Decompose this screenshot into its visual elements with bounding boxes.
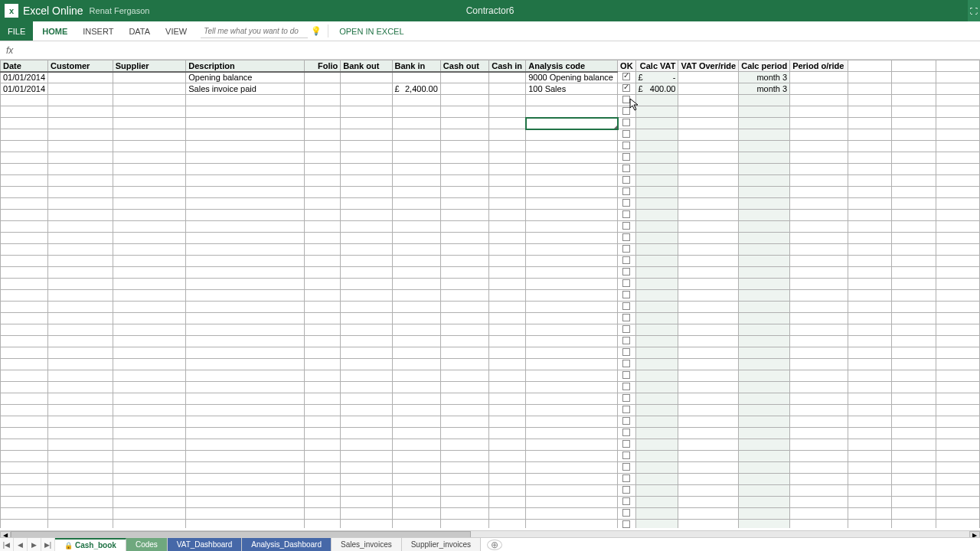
cell[interactable] bbox=[936, 233, 979, 244]
cell[interactable]: £2,400.00 bbox=[392, 83, 440, 95]
cell[interactable] bbox=[341, 118, 392, 129]
cell[interactable] bbox=[790, 508, 848, 520]
cell[interactable] bbox=[341, 187, 392, 198]
cell[interactable] bbox=[635, 267, 678, 279]
cell[interactable] bbox=[526, 508, 618, 520]
cell[interactable] bbox=[678, 210, 739, 221]
cell[interactable] bbox=[48, 198, 113, 210]
cell[interactable] bbox=[678, 336, 739, 347]
cell[interactable] bbox=[678, 393, 739, 405]
cell[interactable] bbox=[635, 485, 678, 497]
cell[interactable] bbox=[739, 347, 790, 359]
cell[interactable] bbox=[892, 416, 936, 428]
cell[interactable] bbox=[113, 324, 186, 336]
cell[interactable] bbox=[618, 439, 636, 451]
cell[interactable] bbox=[618, 279, 636, 290]
cell[interactable] bbox=[618, 290, 636, 302]
cell[interactable] bbox=[392, 405, 440, 416]
cell[interactable] bbox=[936, 474, 979, 485]
cell[interactable] bbox=[526, 256, 618, 267]
cell[interactable] bbox=[526, 175, 618, 187]
cell[interactable] bbox=[848, 497, 892, 508]
cell[interactable] bbox=[1, 290, 48, 302]
cell[interactable] bbox=[936, 382, 979, 393]
cell[interactable] bbox=[635, 416, 678, 428]
cell[interactable] bbox=[489, 336, 526, 347]
cell[interactable] bbox=[186, 164, 305, 175]
cell[interactable] bbox=[186, 106, 305, 118]
cell[interactable] bbox=[678, 141, 739, 152]
cell[interactable] bbox=[790, 118, 848, 129]
cell[interactable] bbox=[892, 382, 936, 393]
cell[interactable] bbox=[848, 520, 892, 529]
cell[interactable] bbox=[635, 95, 678, 106]
cell[interactable] bbox=[113, 520, 186, 529]
cell[interactable] bbox=[341, 95, 392, 106]
cell[interactable] bbox=[635, 474, 678, 485]
cell[interactable] bbox=[936, 485, 979, 497]
cell[interactable] bbox=[341, 198, 392, 210]
cell[interactable] bbox=[186, 497, 305, 508]
checkbox-icon[interactable] bbox=[622, 406, 630, 413]
cell[interactable] bbox=[392, 302, 440, 313]
cell[interactable] bbox=[113, 164, 186, 175]
cell[interactable] bbox=[186, 279, 305, 290]
cell[interactable] bbox=[892, 256, 936, 267]
cell[interactable] bbox=[113, 405, 186, 416]
cell[interactable] bbox=[848, 106, 892, 118]
cell[interactable] bbox=[892, 175, 936, 187]
cell[interactable] bbox=[305, 324, 341, 336]
cell[interactable] bbox=[392, 485, 440, 497]
cell[interactable] bbox=[892, 290, 936, 302]
cell[interactable] bbox=[790, 497, 848, 508]
cell[interactable] bbox=[489, 405, 526, 416]
cell[interactable] bbox=[790, 359, 848, 370]
cell[interactable] bbox=[526, 198, 618, 210]
cell[interactable] bbox=[392, 290, 440, 302]
cell[interactable] bbox=[618, 256, 636, 267]
cell[interactable] bbox=[186, 324, 305, 336]
cell[interactable] bbox=[790, 370, 848, 382]
cell[interactable] bbox=[526, 416, 618, 428]
cell[interactable] bbox=[635, 152, 678, 164]
cell[interactable] bbox=[892, 313, 936, 324]
cell[interactable] bbox=[526, 324, 618, 336]
cell[interactable] bbox=[848, 198, 892, 210]
ribbon-tab-file[interactable]: FILE bbox=[0, 21, 33, 41]
cell[interactable] bbox=[618, 370, 636, 382]
cell[interactable] bbox=[936, 175, 979, 187]
cell[interactable] bbox=[48, 95, 113, 106]
cell[interactable] bbox=[1, 370, 48, 382]
cell[interactable] bbox=[618, 485, 636, 497]
cell[interactable] bbox=[526, 336, 618, 347]
cell[interactable] bbox=[618, 324, 636, 336]
cell[interactable] bbox=[392, 129, 440, 141]
cell[interactable] bbox=[341, 72, 392, 83]
cell[interactable] bbox=[113, 428, 186, 439]
cell[interactable] bbox=[392, 313, 440, 324]
cell[interactable] bbox=[618, 198, 636, 210]
column-header-supplier[interactable]: Supplier bbox=[113, 60, 186, 72]
cell[interactable] bbox=[635, 451, 678, 462]
cell[interactable] bbox=[392, 164, 440, 175]
cell[interactable] bbox=[739, 141, 790, 152]
cell[interactable] bbox=[848, 451, 892, 462]
cell[interactable] bbox=[341, 485, 392, 497]
cell[interactable] bbox=[48, 313, 113, 324]
cell[interactable] bbox=[48, 83, 113, 95]
checkbox-icon[interactable] bbox=[622, 245, 630, 253]
cell[interactable] bbox=[635, 497, 678, 508]
cell[interactable] bbox=[305, 451, 341, 462]
cell[interactable] bbox=[678, 428, 739, 439]
cell[interactable] bbox=[305, 129, 341, 141]
cell[interactable] bbox=[848, 302, 892, 313]
checkbox-icon[interactable] bbox=[622, 337, 630, 344]
ribbon-tab-insert[interactable]: INSERT bbox=[75, 21, 121, 41]
cell[interactable] bbox=[892, 370, 936, 382]
cell[interactable] bbox=[341, 106, 392, 118]
cell[interactable] bbox=[1, 198, 48, 210]
cell[interactable] bbox=[341, 474, 392, 485]
cell[interactable] bbox=[48, 520, 113, 529]
cell[interactable] bbox=[48, 324, 113, 336]
tell-me-input[interactable] bbox=[201, 24, 308, 38]
